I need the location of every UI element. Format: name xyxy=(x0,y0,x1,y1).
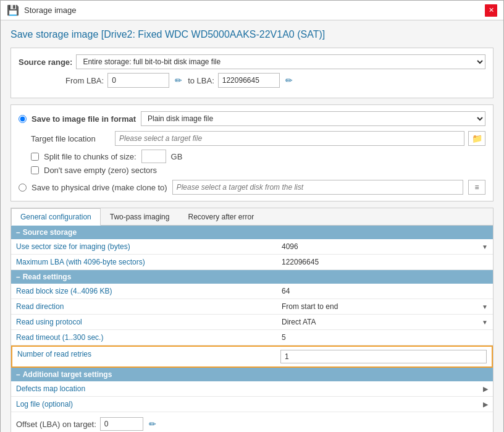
max-lba-value: 122096645 xyxy=(277,255,493,269)
main-window: 💾 Storage image ✕ Save storage image [Dr… xyxy=(0,0,504,432)
defects-map-row: Defects map location ▶ xyxy=(11,381,493,397)
read-retries-row: Number of read retries xyxy=(11,345,493,368)
from-lba-label: From LBA: xyxy=(65,76,104,85)
read-block-size-row: Read block size (4..4096 KB) 64 xyxy=(11,284,493,299)
target-file-label: Target file location xyxy=(31,134,111,143)
main-content: Save storage image [Drive2: Fixed WDC WD… xyxy=(1,20,503,432)
offset-input[interactable] xyxy=(100,417,143,431)
read-timeout-value: 5 xyxy=(277,330,493,345)
read-protocol-row: Read using protocol Direct ATA ▼ xyxy=(11,315,493,330)
offset-edit-button[interactable]: ✏ xyxy=(147,419,158,429)
read-retries-input[interactable] xyxy=(280,350,487,363)
no-empty-option-row: Don't save empty (zero) sectors xyxy=(31,166,485,175)
read-block-size-value: 64 xyxy=(277,284,493,299)
offset-row: Offset (LBA) on target: ✏ xyxy=(11,412,493,432)
save-options-section: Save to image file in format Plain disk … xyxy=(10,104,494,201)
tabs-header: General configuration Two-pass imaging R… xyxy=(11,208,493,226)
read-settings-label: Read settings xyxy=(23,273,72,281)
max-lba-label: Maximum LBA (with 4096-byte sectors) xyxy=(11,255,277,269)
defects-nav-arrow: ▶ xyxy=(483,385,488,393)
read-protocol-dropdown-arrow: ▼ xyxy=(482,319,488,326)
read-timeout-label: Read timeout (1..300 sec.) xyxy=(11,330,277,345)
max-lba-row: Maximum LBA (with 4096-byte sectors) 122… xyxy=(11,255,493,270)
read-settings-header: – Read settings xyxy=(11,270,493,284)
additional-target-header: – Additional target settings xyxy=(11,368,493,381)
read-direction-dropdown-arrow: ▼ xyxy=(482,303,488,310)
offset-label: Offset (LBA) on target: xyxy=(16,420,96,429)
defects-map-label: Defects map location xyxy=(11,381,277,396)
to-lba-edit-button[interactable]: ✏ xyxy=(284,75,295,85)
title-bar: 💾 Storage image ✕ xyxy=(1,1,503,20)
source-storage-header: – Source storage xyxy=(11,226,493,239)
page-title: Save storage image [Drive2: Fixed WDC WD… xyxy=(10,29,494,40)
split-chunks-checkbox[interactable] xyxy=(31,153,39,161)
read-block-size-label: Read block size (4..4096 KB) xyxy=(11,284,277,299)
read-retries-value[interactable] xyxy=(275,347,492,366)
log-file-value: ▶ xyxy=(277,397,493,412)
physical-drive-input[interactable] xyxy=(172,180,463,195)
physical-drive-label[interactable]: Save to physical drive (make clone to) xyxy=(32,183,167,192)
read-direction-label: Read direction xyxy=(11,299,277,314)
target-file-row: Target file location 📁 xyxy=(31,131,485,146)
close-button[interactable]: ✕ xyxy=(485,4,497,17)
source-range-select[interactable]: Entire storage: full bit-to-bit disk ima… xyxy=(76,54,485,69)
window-title: Storage image xyxy=(24,6,77,15)
tab-two-pass[interactable]: Two-pass imaging xyxy=(101,208,179,225)
additional-target-label: Additional target settings xyxy=(23,370,112,379)
sector-size-value: 4096 ▼ xyxy=(277,239,493,254)
to-lba-input[interactable] xyxy=(218,73,280,88)
split-option-row: Split file to chunks of size: GB xyxy=(31,150,485,163)
defects-map-value: ▶ xyxy=(277,381,493,396)
no-empty-label[interactable]: Don't save empty (zero) sectors xyxy=(44,166,157,175)
sector-size-label: Use sector size for imaging (bytes) xyxy=(11,239,277,254)
tab-content-general: – Source storage Use sector size for ima… xyxy=(11,226,493,432)
lba-row: From LBA: ✏ to LBA: ✏ xyxy=(19,73,485,88)
format-select[interactable]: Plain disk image file xyxy=(141,111,485,126)
read-retries-label: Number of read retries xyxy=(12,347,275,366)
read-protocol-label: Read using protocol xyxy=(11,315,277,329)
log-file-label: Log file (optional) xyxy=(11,397,277,412)
app-icon: 💾 xyxy=(7,4,19,16)
gb-label: GB xyxy=(171,152,183,161)
save-image-radio[interactable] xyxy=(19,115,27,123)
read-direction-row: Read direction From start to end ▼ xyxy=(11,299,493,315)
config-tabs-section: General configuration Two-pass imaging R… xyxy=(10,208,494,432)
sector-size-dropdown-arrow: ▼ xyxy=(482,244,488,250)
from-lba-edit-button[interactable]: ✏ xyxy=(173,75,184,85)
tab-recovery[interactable]: Recovery after error xyxy=(178,208,263,225)
log-file-row: Log file (optional) ▶ xyxy=(11,397,493,412)
source-range-label: Source range: xyxy=(19,57,72,67)
read-direction-value: From start to end ▼ xyxy=(277,299,493,314)
tab-general-config[interactable]: General configuration xyxy=(11,208,101,226)
source-range-section: Source range: Entire storage: full bit-t… xyxy=(10,48,494,98)
read-timeout-row: Read timeout (1..300 sec.) 5 xyxy=(11,330,493,345)
target-file-input[interactable] xyxy=(115,131,464,146)
source-range-row: Source range: Entire storage: full bit-t… xyxy=(19,54,485,69)
to-lba-label: to LBA: xyxy=(188,76,214,85)
folder-browse-button[interactable]: 📁 xyxy=(468,131,485,146)
chunk-size-input[interactable] xyxy=(141,150,166,163)
physical-drive-radio[interactable] xyxy=(19,184,27,192)
sector-size-row: Use sector size for imaging (bytes) 4096… xyxy=(11,239,493,255)
source-storage-label: Source storage xyxy=(23,228,77,237)
from-lba-input[interactable] xyxy=(107,73,169,88)
read-protocol-value: Direct ATA ▼ xyxy=(277,315,493,329)
disk-list-button[interactable]: ≡ xyxy=(468,180,485,195)
no-empty-sectors-checkbox[interactable] xyxy=(31,166,39,174)
save-image-label[interactable]: Save to image file in format xyxy=(32,114,136,124)
split-label[interactable]: Split file to chunks of size: xyxy=(44,152,136,161)
log-nav-arrow: ▶ xyxy=(483,400,488,409)
save-image-radio-row: Save to image file in format Plain disk … xyxy=(19,111,485,126)
physical-drive-row: Save to physical drive (make clone to) ≡ xyxy=(19,180,485,195)
